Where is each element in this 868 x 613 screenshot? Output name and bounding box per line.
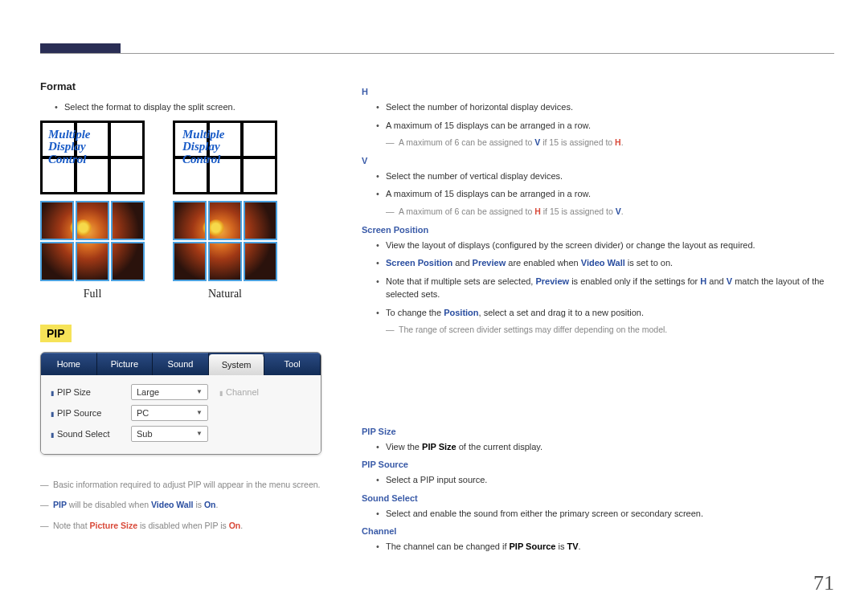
tab-home[interactable]: Home (41, 353, 97, 375)
page-columns: Format Select the format to display the … (40, 80, 834, 558)
right-column: H Select the number of horizontal displa… (362, 80, 834, 558)
flower-natural (173, 201, 277, 281)
left-notes: Basic information required to adjust PIP… (40, 479, 334, 533)
header-rule (40, 53, 834, 54)
note-basic-info: Basic information required to adjust PIP… (40, 479, 334, 492)
pip-row-source: PIP Source PC ▼ (51, 403, 311, 423)
note-picture-size: Note that Picture Size is disabled when … (40, 520, 334, 533)
pip-panel: Home Picture Sound System Tool PIP Size … (40, 352, 321, 455)
pip-body: PIP Size Large ▼ Channel PIP Source PC ▼… (41, 375, 321, 454)
sound-select-dropdown[interactable]: Sub ▼ (131, 426, 208, 442)
pip-row-sound: Sound Select Sub ▼ (51, 423, 311, 444)
chevron-down-icon: ▼ (196, 430, 203, 437)
sp-b4: To change the Position, select a set and… (376, 306, 834, 320)
sound-select-label: Sound Select (51, 429, 120, 439)
left-column: Format Select the format to display the … (40, 80, 334, 558)
h-note: A maximum of 6 can be assigned to V if 1… (386, 137, 834, 149)
pip-size-value: Large (137, 387, 159, 397)
sp-note: The range of screen divider settings may… (386, 324, 834, 337)
channel-b1: The channel can be changed if PIP Source… (376, 540, 834, 554)
format-desc: Select the format to display the split s… (55, 100, 334, 114)
pip-source-label: PIP Source (51, 408, 120, 418)
pip-size-heading: PIP Size (362, 427, 834, 436)
tab-sound[interactable]: Sound (153, 353, 209, 375)
pip-size-b1: View the PIP Size of the current display… (376, 440, 834, 454)
chevron-down-icon: ▼ (196, 409, 203, 416)
grid-natural: Multiple Display Control (173, 121, 277, 194)
note-pip-disabled: PIP will be disabled when Video Wall is … (40, 499, 334, 512)
h-b1: Select the number of horizontal display … (376, 100, 834, 114)
format-heading: Format (40, 80, 334, 92)
sound-select-value: Sub (137, 429, 153, 439)
pip-badge: PIP (40, 325, 72, 342)
sp-b1: View the layout of displays (configured … (376, 239, 834, 252)
sp-b3: Note that if multiple sets are selected,… (376, 275, 834, 301)
grid-full: Multiple Display Control (40, 121, 145, 194)
natural-label: Natural (208, 288, 242, 300)
format-natural-col: Multiple Display Control Natural (173, 121, 277, 300)
h-heading: H (362, 87, 834, 96)
flower-full (40, 201, 145, 281)
v-b2: A maximum of 15 displays can be arranged… (376, 187, 834, 201)
pip-channel-label: Channel (219, 387, 259, 397)
sound-select-heading: Sound Select (362, 493, 834, 503)
page-number: 71 (813, 571, 834, 595)
pip-source-b1: Select a PIP input source. (376, 473, 834, 487)
v-b1: Select the number of vertical display de… (376, 170, 834, 183)
channel-heading: Channel (362, 526, 834, 536)
full-label: Full (84, 288, 102, 300)
sp-b2: Screen Position and Preview are enabled … (376, 256, 834, 270)
format-full-col: Multiple Display Control Full (40, 121, 145, 300)
tab-picture[interactable]: Picture (97, 353, 154, 375)
tab-tool[interactable]: Tool (264, 353, 321, 375)
pip-source-dropdown[interactable]: PC ▼ (131, 405, 208, 421)
pip-source-value: PC (137, 408, 149, 418)
v-note: A maximum of 6 can be assigned to H if 1… (386, 206, 834, 219)
pip-source-heading: PIP Source (362, 460, 834, 469)
pip-tabs: Home Picture Sound System Tool (41, 353, 321, 375)
sound-select-b1: Select and enable the sound from either … (376, 507, 834, 521)
v-heading: V (362, 156, 834, 166)
pip-size-dropdown[interactable]: Large ▼ (131, 384, 208, 400)
pip-row-size: PIP Size Large ▼ Channel (51, 382, 311, 403)
pip-size-label: PIP Size (51, 387, 120, 397)
format-examples: Multiple Display Control Full Multipl (40, 121, 334, 300)
sp-heading: Screen Position (362, 225, 834, 235)
chevron-down-icon: ▼ (196, 388, 203, 395)
header-accent-bar (40, 43, 121, 53)
tab-system[interactable]: System (209, 354, 265, 375)
right-pip-section: PIP Size View the PIP Size of the curren… (362, 427, 834, 554)
h-b2: A maximum of 15 displays can be arranged… (376, 119, 834, 133)
